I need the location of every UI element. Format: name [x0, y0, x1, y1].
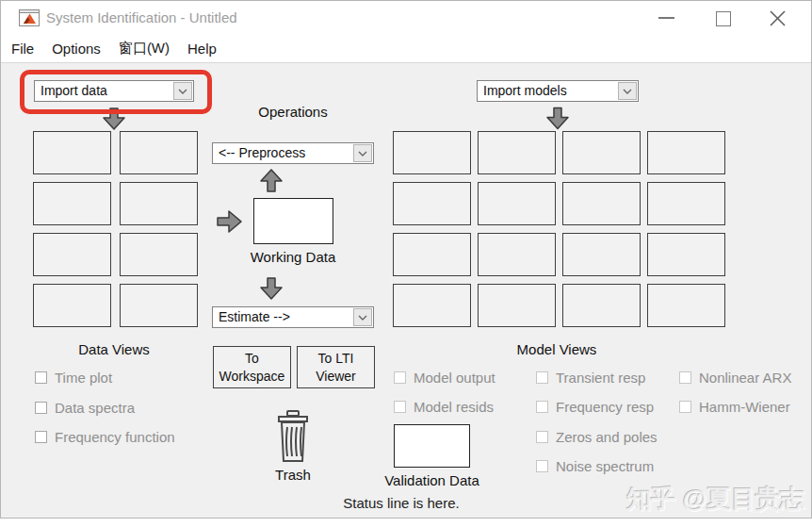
checkbox-model-resids[interactable]: Model resids: [394, 399, 494, 415]
working-data-label: Working Data: [227, 249, 359, 265]
flow-arrow-up-preprocess: [257, 168, 285, 193]
checkbox-label: Hamm-Wiener: [699, 399, 790, 415]
model-board-cell[interactable]: [647, 131, 725, 174]
maximize-icon[interactable]: [716, 11, 731, 26]
checkbox-box[interactable]: [536, 371, 548, 384]
model-board-cell[interactable]: [647, 284, 725, 327]
model-views-label: Model Views: [491, 341, 623, 357]
model-board-cell[interactable]: [393, 131, 471, 174]
checkbox-label: Nonlinear ARX: [699, 370, 791, 386]
data-board-cell[interactable]: [120, 182, 198, 225]
working-data-box[interactable]: [253, 198, 333, 244]
checkbox-noise-spectrum[interactable]: Noise spectrum: [536, 458, 654, 474]
model-board-cell[interactable]: [647, 233, 725, 276]
titlebar: System Identification - Untitled: [1, 1, 811, 35]
model-board-cell[interactable]: [393, 233, 471, 276]
data-board-cell[interactable]: [120, 233, 198, 276]
to-lti-viewer-button[interactable]: To LTI Viewer: [297, 346, 375, 388]
checkbox-box[interactable]: [35, 402, 47, 414]
checkbox-box[interactable]: [536, 460, 548, 472]
status-line: Status line is here.: [307, 495, 495, 511]
validation-data-label: Validation Data: [364, 472, 500, 488]
checkbox-box[interactable]: [35, 431, 47, 443]
import-models-dropdown-value: Import models: [483, 83, 567, 99]
checkbox-label: Model resids: [414, 399, 494, 415]
data-board-cell[interactable]: [33, 233, 111, 276]
data-board-cell[interactable]: [33, 182, 111, 225]
menu-options[interactable]: Options: [51, 39, 102, 58]
data-board-cell[interactable]: [33, 131, 111, 174]
data-board-cell[interactable]: [120, 131, 198, 174]
menu-file[interactable]: File: [10, 39, 35, 58]
estimate-dropdown[interactable]: Estimate -->: [212, 306, 374, 328]
checkbox-nonlinear-arx[interactable]: Nonlinear ARX: [679, 370, 791, 386]
operations-label: Operations: [227, 104, 359, 120]
flow-arrow-down-estimate: [257, 277, 285, 301]
checkbox-label: Transient resp: [556, 370, 645, 386]
checkbox-time-plot[interactable]: Time plot: [35, 370, 112, 386]
matlab-app-icon: [19, 9, 40, 26]
chevron-down-icon[interactable]: [173, 82, 192, 100]
checkbox-label: Frequency resp: [556, 399, 654, 415]
chevron-down-icon[interactable]: [618, 82, 637, 100]
import-data-dropdown-value: Import data: [41, 83, 107, 99]
checkbox-label: Data spectra: [55, 400, 135, 416]
model-board-cell[interactable]: [478, 182, 556, 225]
checkbox-label: Model output: [414, 370, 495, 386]
menu-help[interactable]: Help: [187, 39, 218, 58]
preprocess-dropdown-value: <-- Preprocess: [219, 145, 305, 161]
model-board-cell[interactable]: [562, 182, 641, 225]
checkbox-box[interactable]: [394, 371, 406, 384]
model-board-cell[interactable]: [478, 131, 556, 174]
import-data-dropdown[interactable]: Import data: [34, 80, 194, 102]
chevron-down-icon[interactable]: [353, 144, 372, 162]
data-board-cell[interactable]: [120, 284, 198, 327]
checkbox-data-spectra[interactable]: Data spectra: [35, 400, 135, 416]
checkbox-frequency-function[interactable]: Frequency function: [35, 429, 175, 445]
checkbox-zeros-and-poles[interactable]: Zeros and poles: [536, 429, 658, 445]
checkbox-transient-resp[interactable]: Transient resp: [536, 370, 645, 386]
model-board-cell[interactable]: [393, 182, 471, 225]
model-board: [393, 131, 725, 327]
checkbox-box[interactable]: [679, 371, 691, 384]
checkbox-label: Time plot: [55, 370, 112, 386]
checkbox-frequency-resp[interactable]: Frequency resp: [536, 399, 654, 415]
flow-arrow-right-working-data: [216, 209, 244, 234]
chevron-down-icon[interactable]: [353, 308, 372, 326]
trash-icon[interactable]: [272, 410, 314, 464]
menu-window[interactable]: 窗口(W): [118, 38, 171, 59]
checkbox-hamm-wiener[interactable]: Hamm-Wiener: [679, 399, 790, 415]
model-board-cell[interactable]: [393, 284, 471, 327]
model-board-cell[interactable]: [647, 182, 725, 225]
validation-data-box[interactable]: [394, 424, 470, 468]
flow-arrow-down-import-models: [544, 107, 572, 131]
import-models-dropdown[interactable]: Import models: [477, 80, 639, 102]
model-board-cell[interactable]: [562, 284, 641, 327]
checkbox-box[interactable]: [536, 431, 548, 443]
checkbox-box[interactable]: [679, 401, 691, 413]
watermark: 知乎 @夏目贵志: [626, 483, 804, 516]
checkbox-label: Frequency function: [55, 429, 175, 445]
minimize-icon[interactable]: [658, 17, 674, 21]
window-title: System Identification - Untitled: [46, 9, 237, 25]
model-board-cell[interactable]: [478, 233, 556, 276]
trash-label: Trash: [236, 467, 349, 483]
checkbox-label: Noise spectrum: [556, 458, 654, 474]
model-board-cell[interactable]: [562, 233, 641, 276]
checkbox-box[interactable]: [394, 401, 406, 413]
model-board-cell[interactable]: [478, 284, 556, 327]
preprocess-dropdown[interactable]: <-- Preprocess: [212, 142, 374, 164]
menubar: File Options 窗口(W) Help: [1, 35, 811, 63]
close-icon[interactable]: [769, 9, 787, 27]
flow-arrow-down-import-data: [100, 107, 128, 131]
screenshot-root: System Identification - Untitled File Op…: [0, 0, 812, 527]
data-board: [33, 131, 198, 327]
data-board-cell[interactable]: [33, 284, 111, 327]
checkbox-box[interactable]: [35, 371, 47, 384]
system-identification-window: System Identification - Untitled File Op…: [0, 0, 812, 519]
checkbox-model-output[interactable]: Model output: [394, 370, 495, 386]
to-workspace-button[interactable]: To Workspace: [213, 346, 291, 388]
data-views-label: Data Views: [48, 341, 180, 357]
checkbox-box[interactable]: [536, 401, 548, 413]
model-board-cell[interactable]: [562, 131, 641, 174]
